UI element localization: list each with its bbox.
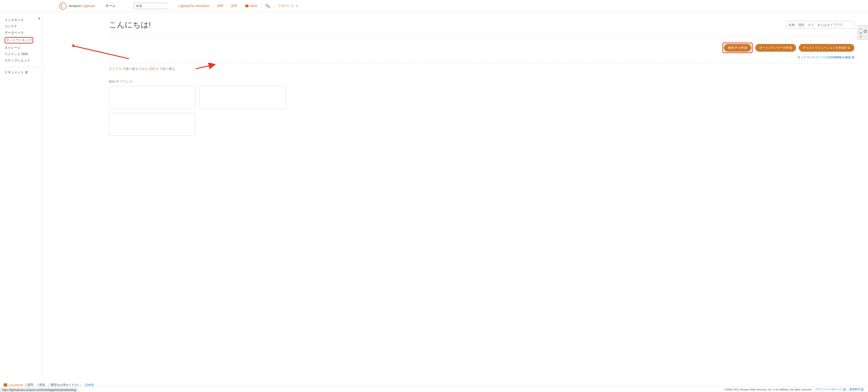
page-title: こんにちは! [109, 20, 151, 30]
external-link-icon [861, 388, 863, 391]
footer: ©2008-2023, Amazon Web Services, Inc. or… [0, 387, 868, 392]
annotation-highlight-static-ip: 静的 IP の作成 [722, 42, 752, 53]
cube-icon [245, 4, 249, 8]
footer-privacy-link[interactable]: プライバシーポリシー [815, 388, 846, 391]
resource-card[interactable] [199, 86, 286, 109]
nav-aws[interactable]: AWS [241, 4, 261, 8]
footer-terms-link[interactable]: 使用条件 [849, 388, 863, 391]
action-buttons: 静的 IP の作成 ロードバランサーの作成 ディストリビューションを作成する [109, 42, 854, 53]
svg-point-4 [268, 6, 270, 8]
svg-rect-10 [4, 383, 7, 387]
chevron-down-icon [296, 5, 298, 7]
sidebar: インスタンス コンテナ データベース ネットワーキング ストレージ ドメインと … [0, 12, 43, 387]
cloudshell-label: CloudShell [9, 383, 23, 387]
lightsail-logo-icon [59, 2, 66, 9]
sidebar-item-networking[interactable]: ネットワーキング [5, 36, 41, 44]
main-content: こんにちは! 静的 IP の作成 ロードバランサーの作成 ディストリビューション… [43, 12, 868, 387]
sidebar-collapse-icon[interactable] [38, 17, 41, 21]
learn-more-link[interactable]: ネットワークリソースの詳細情報を確認 [798, 55, 854, 59]
search-input[interactable] [136, 4, 176, 8]
nav-aws-label: AWS [250, 4, 257, 8]
sidebar-docs-link[interactable]: ドキュメント [5, 70, 41, 74]
cloudshell-suffix: ご質問、ご意見、ご要望をお寄せください。 [24, 383, 84, 387]
logo-prefix: Amazon [69, 4, 82, 8]
sort-type-label: タイプ [109, 67, 118, 71]
learn-more-row: ネットワークリソースの詳細情報を確認 [109, 55, 854, 59]
sidebar-item-storage[interactable]: ストレージ [5, 44, 41, 51]
cloudshell-icon [4, 383, 7, 387]
resource-card[interactable] [109, 86, 195, 109]
logo-bold: Lightsail [82, 4, 95, 8]
footer-copyright: ©2008-2023, Amazon Web Services, Inc. or… [724, 388, 812, 391]
create-load-balancer-button[interactable]: ロードバランサーの作成 [755, 44, 796, 52]
chevron-down-icon [119, 68, 122, 70]
top-header: Amazon Lightsail ホーム Lightsail for Resea… [0, 0, 868, 12]
sidebar-item-containers[interactable]: コンテナ [5, 23, 41, 30]
footer-terms-label: 使用条件 [849, 388, 860, 391]
nav-docs[interactable]: 資料 [213, 4, 227, 8]
header-nav: Lightsail for Research 資料 請求 AWS アカウント [175, 3, 302, 8]
external-link-icon [25, 71, 28, 74]
nav-settings[interactable] [261, 3, 275, 8]
filter-input[interactable] [786, 21, 854, 29]
sidebar-docs-label: ドキュメント [5, 70, 24, 74]
resource-grid [109, 86, 854, 136]
sidebar-item-domains[interactable]: ドメインと DNS [5, 51, 41, 57]
home-link[interactable]: ホーム [101, 4, 116, 8]
logo-text: Amazon Lightsail [69, 4, 95, 8]
sidebar-item-snapshots[interactable]: スナップショット [5, 57, 41, 64]
sort-by-type[interactable]: タイプ [109, 67, 122, 71]
search-box[interactable] [134, 3, 168, 9]
cloudshell-lang[interactable]: 日本語 [85, 383, 94, 387]
browser-status-bar: https://lightsail.aws.amazon.com/ls/weba… [0, 388, 78, 392]
chevron-down-icon [156, 68, 158, 70]
sidebar-item-instances[interactable]: インスタンス [5, 17, 41, 23]
resource-card[interactable] [109, 113, 195, 136]
chevron-left-icon [38, 17, 41, 20]
svg-point-3 [267, 5, 267, 6]
nav-account[interactable]: アカウント [275, 4, 302, 8]
gear-icon [265, 3, 271, 8]
learn-more-label: ネットワークリソースの詳細情報を確認 [798, 55, 851, 59]
sort-mid-text: で並べ替えてから [123, 67, 149, 71]
nav-billing[interactable]: 請求 [227, 4, 241, 8]
create-static-ip-button[interactable]: 静的 IP の作成 [724, 44, 751, 52]
nav-research[interactable]: Lightsail for Research [175, 4, 213, 8]
sort-date-label: 日付 [149, 67, 155, 71]
footer-privacy-label: プライバシーポリシー [815, 388, 842, 391]
external-link-icon [843, 388, 846, 391]
annotation-highlight-networking: ネットワーキング [5, 37, 33, 43]
create-distribution-button[interactable]: ディストリビューションを作成する [799, 44, 854, 52]
sidebar-item-networking-label: ネットワーキング [6, 38, 32, 42]
sidebar-list: インスタンス コンテナ データベース ネットワーキング ストレージ ドメインと … [5, 17, 41, 64]
external-link-icon [851, 56, 854, 59]
sort-by-date[interactable]: 日付 [149, 67, 158, 71]
sort-row: タイプ で並べ替えてから 日付 で並べ替え [109, 67, 854, 71]
logo[interactable]: Amazon Lightsail [59, 2, 95, 9]
nav-account-label: アカウント [278, 4, 294, 8]
cloudshell-bar[interactable]: CloudShell ご質問、ご意見、ご要望をお寄せください。 日本語 [4, 383, 94, 387]
svg-point-5 [269, 6, 269, 7]
sidebar-item-databases[interactable]: データベース [5, 30, 41, 36]
section-label-static-ip: 静的 IP アドレス [109, 80, 854, 84]
hero-row: こんにちは! [109, 20, 854, 30]
sort-end-text: で並べ替え [159, 67, 175, 71]
